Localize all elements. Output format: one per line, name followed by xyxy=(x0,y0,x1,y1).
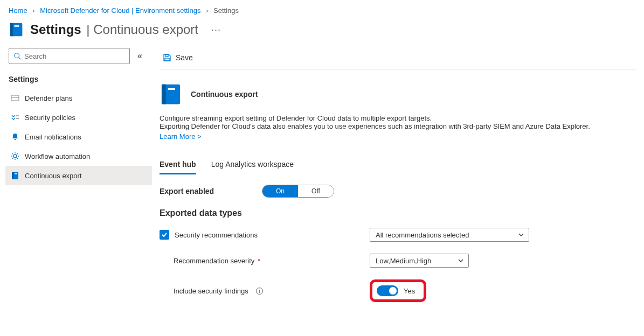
sidebar-item-defender-plans[interactable]: Defender plans xyxy=(5,88,152,108)
gear-icon xyxy=(11,152,19,160)
recommendations-dropdown[interactable]: All recommendations selected xyxy=(370,228,529,242)
save-button[interactable]: Save xyxy=(160,51,196,64)
learn-more-link[interactable]: Learn More > xyxy=(160,132,202,141)
description-line-1: Configure streaming export setting of De… xyxy=(160,114,636,122)
sidebar: « Settings Defender plans Security polic… xyxy=(0,48,152,185)
chevron-down-icon xyxy=(458,257,464,264)
page-header: Settings | Continuous export ··· xyxy=(0,19,644,48)
severity-dropdown[interactable]: Low,Medium,High xyxy=(370,254,469,268)
check-icon xyxy=(161,232,168,238)
security-recommendations-checkbox[interactable] xyxy=(160,230,169,240)
more-actions-button[interactable]: ··· xyxy=(211,24,221,36)
save-label: Save xyxy=(176,53,193,62)
highlight-annotation: Yes xyxy=(370,279,426,302)
save-icon xyxy=(163,53,171,62)
search-input-wrap[interactable] xyxy=(9,48,130,64)
export-enabled-toggle[interactable]: On Off xyxy=(262,185,334,198)
svg-rect-18 xyxy=(168,88,175,90)
breadcrumb-home[interactable]: Home xyxy=(9,6,27,15)
toolbar: Save xyxy=(160,48,636,70)
tab-event-hub[interactable]: Event hub xyxy=(160,157,196,174)
section-header: Continuous export xyxy=(160,83,636,106)
sidebar-item-label: Defender plans xyxy=(25,94,72,102)
svg-point-10 xyxy=(13,155,17,158)
dropdown-value: Low,Medium,High xyxy=(376,257,431,265)
breadcrumb: Home › Microsoft Defender for Cloud | En… xyxy=(0,0,644,19)
chevron-down-icon xyxy=(518,232,524,238)
main-content: Save Continuous export Configure streami… xyxy=(152,48,644,314)
sidebar-item-label: Email notifications xyxy=(25,133,81,141)
page-title: Settings xyxy=(30,22,81,37)
svg-rect-17 xyxy=(162,85,166,104)
bell-icon xyxy=(11,132,19,141)
sidebar-item-label: Workflow automation xyxy=(25,152,90,160)
description-line-2: Exporting Defender for Cloud's data also… xyxy=(160,122,636,130)
breadcrumb-current[interactable]: Settings xyxy=(213,6,239,15)
breadcrumb-sep: › xyxy=(206,6,208,15)
toggle-on[interactable]: On xyxy=(262,185,298,197)
security-recommendations-label: Security recommendations xyxy=(175,231,258,239)
svg-point-9 xyxy=(15,139,16,141)
breadcrumb-sep: › xyxy=(32,6,34,15)
sidebar-item-email-notifications[interactable]: Email notifications xyxy=(5,127,152,146)
collapse-sidebar-button[interactable]: « xyxy=(137,51,142,61)
info-icon[interactable]: i xyxy=(256,288,263,295)
include-security-findings-label: Include security findings xyxy=(174,287,248,295)
sidebar-item-label: Security policies xyxy=(25,114,75,122)
include-findings-value: Yes xyxy=(404,287,415,295)
sidebar-heading: Settings xyxy=(5,72,152,88)
tab-log-analytics[interactable]: Log Analytics workspace xyxy=(211,157,294,174)
section-title: Continuous export xyxy=(191,90,258,99)
sidebar-item-continuous-export[interactable]: Continuous export xyxy=(5,166,152,185)
sidebar-item-workflow-automation[interactable]: Workflow automation xyxy=(5,146,152,166)
svg-rect-12 xyxy=(12,172,13,179)
section-description: Configure streaming export setting of De… xyxy=(160,114,636,141)
svg-rect-1 xyxy=(10,23,13,37)
toggle-off[interactable]: Off xyxy=(298,185,334,197)
svg-point-3 xyxy=(15,53,19,58)
defender-plans-icon xyxy=(11,94,19,102)
continuous-export-icon xyxy=(160,83,182,106)
search-input[interactable] xyxy=(24,52,125,60)
svg-rect-2 xyxy=(15,25,19,27)
include-findings-switch[interactable] xyxy=(377,285,398,296)
book-icon xyxy=(11,171,19,180)
recommendation-severity-label: Recommendation severity * xyxy=(174,257,260,265)
dropdown-value: All recommendations selected xyxy=(376,231,469,239)
sidebar-item-security-policies[interactable]: Security policies xyxy=(5,108,152,127)
svg-rect-14 xyxy=(165,54,168,57)
svg-rect-13 xyxy=(15,173,17,174)
security-policies-icon xyxy=(11,113,19,122)
exported-data-types-heading: Exported data types xyxy=(160,208,636,218)
settings-book-icon xyxy=(9,22,24,37)
required-star: * xyxy=(255,257,260,265)
svg-line-4 xyxy=(19,58,21,60)
svg-rect-5 xyxy=(11,95,19,101)
breadcrumb-defender[interactable]: Microsoft Defender for Cloud | Environme… xyxy=(40,6,200,15)
page-subtitle: | Continuous export xyxy=(86,22,198,37)
search-icon xyxy=(13,52,21,60)
export-enabled-label: Export enabled xyxy=(160,187,262,195)
sidebar-item-label: Continuous export xyxy=(25,172,82,180)
svg-rect-15 xyxy=(165,58,169,61)
tabs: Event hub Log Analytics workspace xyxy=(160,157,636,175)
